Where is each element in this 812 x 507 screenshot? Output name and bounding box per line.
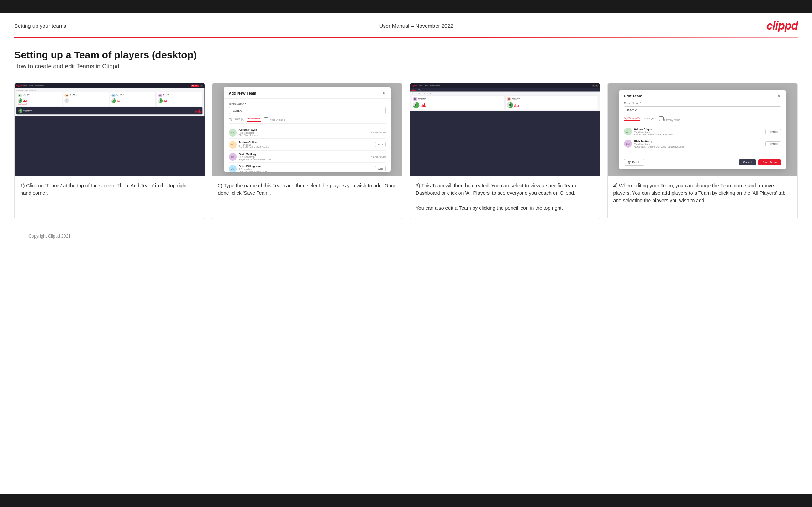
dialog-player-list: AP Adrian Player Plus HandicapThe Shire … bbox=[229, 127, 386, 172]
ss1-bottom-player: 72 Richard Butler 2 Handicap bbox=[16, 107, 202, 114]
step-4-screenshot: Edit Team ✕ Team Name * My Team (2) All … bbox=[608, 83, 798, 176]
ss1-logo: clippd bbox=[16, 85, 22, 87]
ss1-bar bbox=[166, 100, 167, 102]
ss1-bp-club: 2 Handicap bbox=[23, 111, 32, 112]
dialog-p1-status: Player Added bbox=[371, 131, 386, 134]
steps-grid: clippd Home Teams My Performance Add Tea… bbox=[14, 83, 798, 219]
edit-dialog-header: Edit Team ✕ bbox=[619, 90, 786, 102]
dialog-p2-add-btn[interactable]: Add bbox=[375, 142, 386, 147]
edit-tab-all-players[interactable]: All Players bbox=[643, 117, 656, 120]
dialog-p4-club: 3.5 HandicapThe Dog Majog Golf Club bbox=[239, 168, 373, 172]
ss3-p2-header: RB Richard Butler 2 Handicap bbox=[507, 97, 596, 101]
ss3-bar bbox=[518, 105, 519, 107]
ss1-p1-stats: 84 bbox=[18, 98, 61, 103]
ss1-p3-info: Dave Billingham 3.5 Handicap bbox=[116, 94, 126, 97]
ss1-nav-perf: My Performance bbox=[35, 85, 45, 86]
ss3-p1-info: Blair McHarg Plus Handicap bbox=[418, 98, 426, 100]
dialog-p1-club: Plus HandicapThe Shire London bbox=[239, 132, 369, 137]
ss1-bp-bars bbox=[195, 109, 201, 113]
dialog-filter-label: Filter by name bbox=[270, 118, 285, 121]
ss3-logo: clippd bbox=[411, 85, 417, 87]
page-footer: Copyright Clippd 2021 bbox=[14, 231, 798, 244]
ss1-showing-text: Showing 4 of 4 players from All Players bbox=[16, 90, 202, 91]
edit-dialog-close-icon[interactable]: ✕ bbox=[777, 94, 781, 99]
ss1-bar bbox=[198, 111, 199, 113]
ss1-bar bbox=[200, 111, 201, 112]
ss1-p2-avatar: BM bbox=[64, 94, 69, 98]
dialog-p3-name: Blair McHarg bbox=[239, 153, 369, 156]
ss1-search-btn[interactable]: ⚙ bbox=[199, 85, 203, 87]
edit-save-button[interactable]: Save Team bbox=[758, 159, 781, 165]
dialog-tab-my-team[interactable]: My Team (2) bbox=[229, 117, 244, 122]
ss1-p4-bars bbox=[164, 99, 167, 102]
edit-team-dialog: Edit Team ✕ Team Name * My Team (2) All … bbox=[619, 90, 786, 169]
dialog-header: Add New Team ✕ bbox=[224, 87, 391, 99]
ss3-subnav-team: Team A bbox=[411, 89, 415, 91]
edit-cancel-button[interactable]: Cancel bbox=[739, 159, 756, 165]
edit-tab-my-team[interactable]: My Team (2) bbox=[624, 117, 640, 121]
ss1-p2-info: Blair McHarg Plus Handicap bbox=[70, 94, 77, 97]
dialog-avatar-4: DB bbox=[229, 165, 237, 172]
ss1-bar bbox=[120, 100, 120, 102]
step-1-screenshot: clippd Home Teams My Performance Add Tea… bbox=[15, 83, 205, 176]
edit-dialog-title: Edit Team bbox=[624, 94, 643, 98]
dialog-avatar-3: BM bbox=[229, 153, 237, 161]
edit-p1-detail: Plus HandicapThe Shire London, United Ki… bbox=[634, 131, 763, 136]
step-2-text: 2) Type the name of this Team and then s… bbox=[212, 176, 402, 219]
header-left-text: Setting up your teams bbox=[14, 23, 66, 29]
edit-avatar-1: AP bbox=[624, 128, 632, 135]
ss1-p2-header: BM Blair McHarg Plus Handicap bbox=[64, 94, 107, 98]
edit-delete-button[interactable]: 🗑 Delete bbox=[624, 159, 644, 166]
ss3-players-grid: BM Blair McHarg Plus Handicap 94 bbox=[412, 96, 598, 110]
edit-team-name-input[interactable] bbox=[624, 106, 781, 113]
ss1-scaled: clippd Home Teams My Performance Add Tea… bbox=[15, 83, 204, 176]
copyright-text: Copyright Clippd 2021 bbox=[28, 234, 71, 239]
ss3-bar bbox=[425, 106, 426, 107]
step-1-card: clippd Home Teams My Performance Add Tea… bbox=[14, 83, 205, 219]
edit-filter-checkbox[interactable] bbox=[659, 116, 664, 121]
dialog-filter-checkbox[interactable] bbox=[264, 117, 268, 122]
ss3-p1-bars bbox=[421, 103, 426, 107]
dialog-p2-name: Adrian Coliba bbox=[239, 140, 373, 144]
ss1-add-team-btn[interactable]: Add Team bbox=[191, 85, 199, 87]
dialog-avatar-1: AP bbox=[229, 129, 237, 137]
ss3-player-2: RB Richard Butler 2 Handicap 72 bbox=[505, 96, 598, 110]
ss3-bar bbox=[423, 105, 424, 107]
dialog-player-info-1: Adrian Player Plus HandicapThe Shire Lon… bbox=[239, 128, 369, 137]
edit-footer-right: Cancel Save Team bbox=[739, 159, 781, 165]
dialog-title: Add New Team bbox=[229, 91, 257, 95]
page-title: Setting up a Team of players (desktop) bbox=[14, 49, 798, 61]
edit-filter: Filter by name bbox=[659, 116, 680, 121]
dialog-p3-club: Plus HandicapRoyal North Devon Golf Club bbox=[239, 156, 369, 161]
dialog-player-info-3: Blair McHarg Plus HandicapRoyal North De… bbox=[239, 153, 369, 161]
edit-p1-remove-btn[interactable]: Remove bbox=[765, 129, 781, 134]
ss3-content: Showing 2 of 2 players from Team A BM Bl… bbox=[410, 92, 600, 111]
ss1-bar bbox=[27, 100, 27, 102]
step-3-para1: 3) This Team will then be created. You c… bbox=[416, 183, 576, 196]
step-3-text: 3) This Team will then be created. You c… bbox=[410, 176, 600, 219]
dialog-tab-all-players[interactable]: All Players bbox=[247, 117, 261, 122]
dialog-p2-club: 1 HandicapCentral London Golf Centre bbox=[239, 144, 373, 149]
ss1-bar bbox=[195, 111, 196, 113]
trash-icon: 🗑 bbox=[628, 161, 631, 164]
ss1-p1-club: Plus Handicap bbox=[23, 96, 31, 97]
ss3-btn2[interactable]: ⚙ bbox=[595, 85, 598, 87]
dialog-p4-add-btn[interactable]: Add bbox=[375, 166, 386, 171]
ss3-btn1[interactable]: ✏ bbox=[592, 85, 595, 87]
edit-player-item-2: BM Blair McHarg Plus HandicapRoyal North… bbox=[624, 138, 781, 150]
ss3-showing-text: Showing 2 of 2 players from Team A bbox=[412, 93, 598, 95]
ss1-bp-score: 72 bbox=[18, 108, 22, 113]
dialog-close-icon[interactable]: ✕ bbox=[382, 90, 386, 96]
ss1-bar bbox=[196, 110, 197, 113]
ss1-p1-info: Adrian Collins Plus Handicap bbox=[23, 94, 31, 97]
dialog-team-name-input[interactable] bbox=[229, 107, 386, 114]
ss1-player-4: RB Richard Butler 2 Handicap 78 bbox=[157, 92, 202, 106]
edit-p2-name: Blair McHarg bbox=[634, 140, 763, 143]
dialog-player-info-4: Dave Billingham 3.5 HandicapThe Dog Majo… bbox=[239, 165, 373, 172]
dialog-tabs: My Team (2) All Players Filter by name bbox=[229, 117, 386, 124]
edit-p2-remove-btn[interactable]: Remove bbox=[765, 141, 781, 146]
dialog-player-item: AP Adrian Player Plus HandicapThe Shire … bbox=[229, 127, 386, 139]
ss3-p2-avatar: RB bbox=[507, 97, 511, 101]
ss3-nav-perf: My Performance bbox=[430, 85, 440, 86]
step-3-para2: You can also edit a Team by clicking the… bbox=[416, 205, 563, 211]
